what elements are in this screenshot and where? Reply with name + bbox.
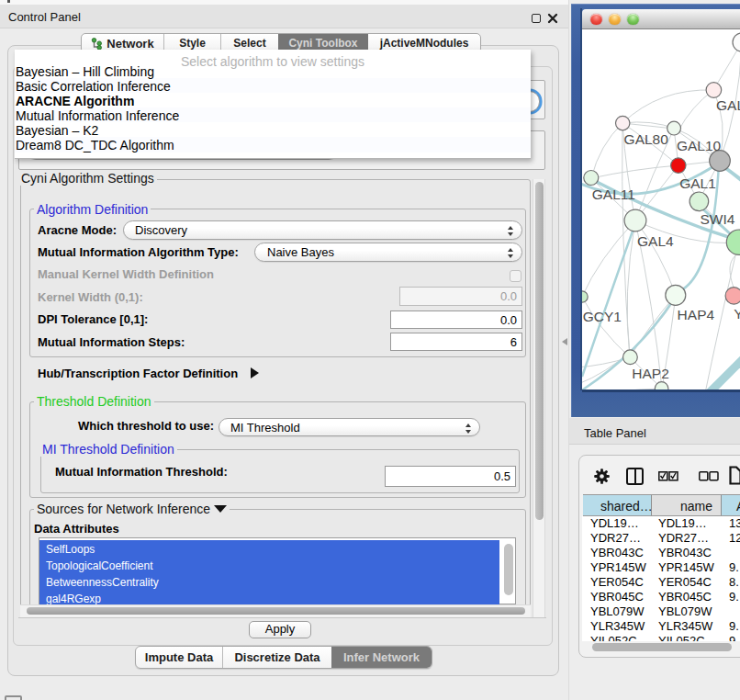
svg-text:GAL80: GAL80 [624, 131, 669, 147]
svg-text:HAP2: HAP2 [632, 366, 669, 381]
svg-text:Y: Y [734, 306, 740, 322]
svg-text:GAL11: GAL11 [592, 186, 635, 202]
svg-text:GAL4: GAL4 [637, 233, 674, 249]
svg-text:SWI4: SWI4 [701, 211, 735, 227]
svg-text:GAL2: GAL2 [716, 97, 740, 113]
svg-text:HAP4: HAP4 [678, 307, 715, 322]
svg-text:GCY1: GCY1 [583, 309, 622, 324]
svg-text:GAL10: GAL10 [677, 138, 722, 153]
svg-text:GAL1: GAL1 [679, 175, 716, 191]
